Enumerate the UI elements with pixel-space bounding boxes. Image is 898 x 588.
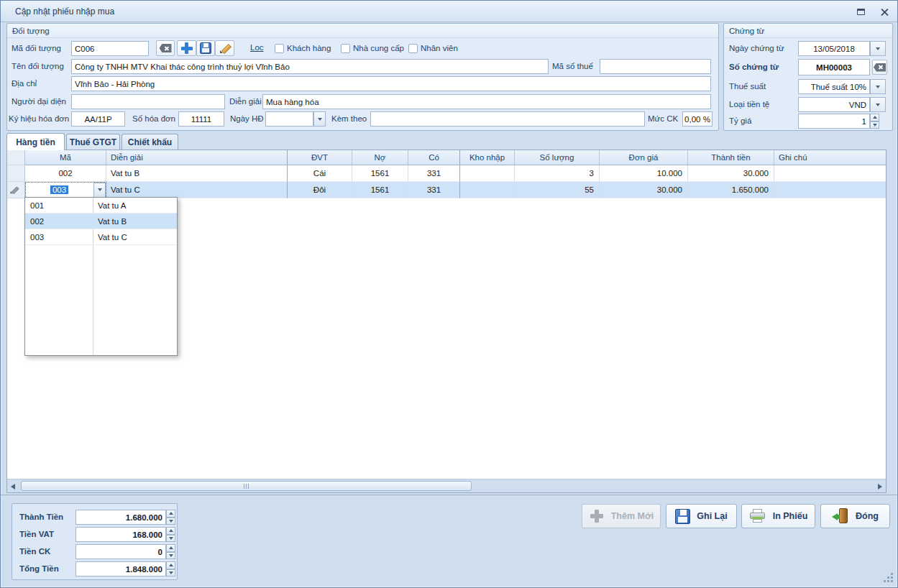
resize-grip-icon[interactable] <box>884 580 886 582</box>
ngay-hd-dropdown-button[interactable] <box>313 111 326 127</box>
ngay-chung-tu-input[interactable] <box>798 41 870 56</box>
close-button[interactable] <box>877 6 892 18</box>
editor-selected-text: 003 <box>50 185 68 194</box>
spin-up-icon[interactable] <box>166 544 175 552</box>
cell-no[interactable]: 1561 <box>352 165 408 182</box>
dong-label: Đóng <box>856 511 879 521</box>
cell-thanh-tien[interactable]: 1.650.000 <box>688 182 774 198</box>
spin-down-icon[interactable] <box>166 518 175 525</box>
thanh-tien-total-input[interactable] <box>75 510 166 525</box>
cell-dien-giai[interactable]: Vat tu B <box>106 165 288 182</box>
spin-up-icon[interactable] <box>166 527 175 535</box>
grid-header-don-gia[interactable]: Đơn giá <box>600 150 688 165</box>
tien-ck-input[interactable] <box>75 544 166 559</box>
group-chung-tu: Chứng từ Ngày chứng từ Số chứng từ Thuế … <box>723 23 893 131</box>
checkbox-khach-hang[interactable] <box>275 44 284 53</box>
title-bar[interactable]: Cập nhật phiếu nhập mua <box>1 1 897 22</box>
ty-gia-input[interactable] <box>798 114 870 129</box>
loc-link[interactable]: Loc <box>250 43 264 52</box>
add-object-button[interactable] <box>177 40 196 56</box>
cell-co[interactable]: 331 <box>408 182 460 198</box>
ngay-hd-input[interactable] <box>265 111 313 127</box>
dia-chi-input[interactable] <box>71 76 711 91</box>
group-chung-tu-title: Chứng từ <box>724 24 892 38</box>
ten-doi-tuong-input[interactable] <box>71 59 549 74</box>
ngay-chung-tu-dropdown-button[interactable] <box>870 41 886 56</box>
ky-hieu-hoa-don-input[interactable] <box>71 111 125 127</box>
grid-header-kho-nhap[interactable]: Kho nhập <box>460 150 515 165</box>
cell-so-luong[interactable]: 3 <box>515 165 600 182</box>
dropdown-item-highlighted[interactable]: 002 Vat tu B <box>25 213 177 229</box>
kem-theo-input[interactable] <box>370 111 645 127</box>
scroll-right-button[interactable] <box>875 482 885 491</box>
grid-header-co[interactable]: Có <box>408 150 460 165</box>
spin-down-icon[interactable] <box>166 552 175 560</box>
grid-header-dien-giai[interactable]: Diễn giải <box>106 150 288 165</box>
in-phieu-button[interactable]: In Phiếu <box>741 504 815 528</box>
loai-tien-te-dropdown-button[interactable] <box>870 97 886 112</box>
so-chung-tu-input[interactable] <box>798 59 870 75</box>
close-icon <box>880 7 889 17</box>
label-thanh-tien-total: Thành Tiền <box>19 510 63 525</box>
tab-thue-gtgt[interactable]: Thuế GTGT <box>66 134 120 150</box>
minimize-button[interactable] <box>853 6 868 18</box>
cell-so-luong[interactable]: 55 <box>515 182 600 198</box>
cell-dien-giai[interactable]: Vat tu C <box>106 182 288 198</box>
edit-object-button[interactable] <box>215 40 234 56</box>
save-object-button[interactable] <box>196 40 215 56</box>
tong-tien-input[interactable] <box>75 561 166 576</box>
cell-ma[interactable]: 002 <box>25 165 106 182</box>
loai-tien-te-input[interactable] <box>798 97 870 112</box>
spin-down-icon[interactable] <box>166 535 175 543</box>
grid-header-ghi-chu[interactable]: Ghi chú <box>774 150 886 165</box>
cell-kho-nhap[interactable] <box>460 182 515 198</box>
cell-kho-nhap[interactable] <box>460 165 515 182</box>
thue-suat-input[interactable] <box>798 79 870 94</box>
checkbox-nha-cung-cap[interactable] <box>341 44 350 53</box>
tien-vat-spinner <box>166 527 175 542</box>
muc-ck-input[interactable] <box>682 111 713 127</box>
ma-so-thue-input[interactable] <box>600 59 711 74</box>
scroll-left-button[interactable] <box>8 482 18 491</box>
grid-header-so-luong[interactable]: Số lượng <box>515 150 600 165</box>
ma-doi-tuong-input[interactable] <box>71 41 149 56</box>
dong-button[interactable]: Đóng <box>820 504 890 528</box>
grid-header-ma[interactable]: Mã <box>25 150 106 165</box>
checkbox-nhan-vien[interactable] <box>408 44 418 53</box>
cell-ghi-chu[interactable] <box>774 182 886 198</box>
grid-header-no[interactable]: Nợ <box>352 150 408 165</box>
cell-ghi-chu[interactable] <box>774 165 886 182</box>
label-loai-tien-te: Loại tiền tệ <box>729 97 769 112</box>
horizontal-scrollbar[interactable] <box>7 479 886 492</box>
tien-vat-input[interactable] <box>75 527 166 542</box>
spin-up-icon[interactable] <box>870 114 879 121</box>
cell-dvt[interactable]: Cái <box>288 165 352 182</box>
nguoi-dai-dien-input[interactable] <box>71 94 225 109</box>
dien-giai-input[interactable] <box>262 94 711 109</box>
ghi-lai-button[interactable]: Ghi Lại <box>666 504 737 528</box>
grid-header-dvt[interactable]: ĐVT <box>288 150 352 165</box>
thue-suat-dropdown-button[interactable] <box>870 79 886 94</box>
spin-up-icon[interactable] <box>166 510 175 518</box>
clear-code-button[interactable] <box>156 40 175 56</box>
tab-hang-tien[interactable]: Hàng tiền <box>6 133 65 150</box>
cell-thanh-tien[interactable]: 30.000 <box>688 165 774 182</box>
spin-down-icon[interactable] <box>166 569 175 577</box>
spin-down-icon[interactable] <box>870 121 879 129</box>
dropdown-item[interactable]: 003 Vat tu C <box>25 229 177 245</box>
scrollbar-thumb[interactable] <box>21 481 472 491</box>
cell-don-gia[interactable]: 30.000 <box>600 182 688 198</box>
so-hoa-don-input[interactable] <box>178 111 224 127</box>
cell-ma-editor[interactable]: 003 <box>25 182 106 198</box>
grid-header-thanh-tien[interactable]: Thành tiền <box>688 150 774 165</box>
tab-chiet-khau[interactable]: Chiết khấu <box>122 134 178 150</box>
label-ty-gia: Tỷ giá <box>729 114 751 129</box>
cell-dvt[interactable]: Đôi <box>288 182 352 198</box>
clear-so-chung-tu-button[interactable] <box>872 60 887 75</box>
spin-up-icon[interactable] <box>166 561 175 569</box>
cell-don-gia[interactable]: 10.000 <box>600 165 688 182</box>
cell-co[interactable]: 331 <box>408 165 460 182</box>
cell-no[interactable]: 1561 <box>352 182 408 198</box>
dropdown-item[interactable]: 001 Vat tu A <box>25 198 177 213</box>
editor-dropdown-button[interactable] <box>93 183 106 198</box>
